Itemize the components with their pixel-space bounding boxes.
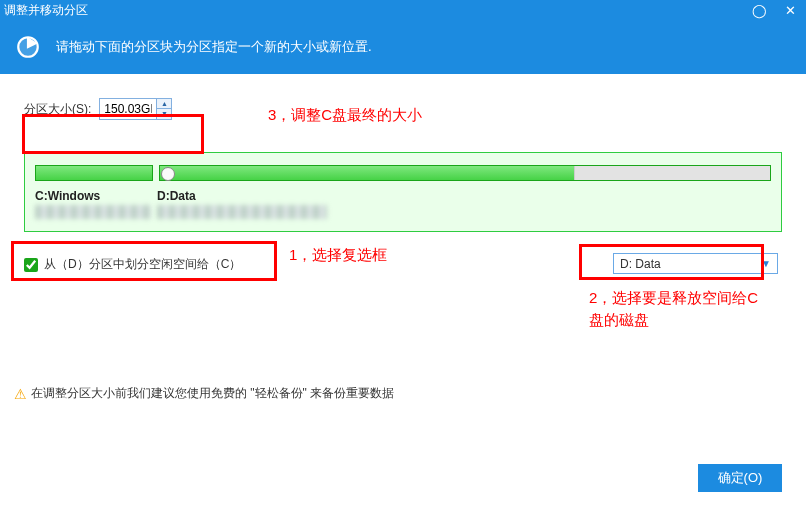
ok-button[interactable]: 确定(O) (698, 464, 782, 492)
size-input-group: ▲ ▼ (99, 98, 172, 120)
annotation-text-3: 3，调整C盘最终的大小 (268, 106, 422, 125)
warning-text: 在调整分区大小前我们建议您使用免费的 "轻松备份" 来备份重要数据 (31, 385, 394, 402)
partition-bars (35, 163, 771, 183)
close-icon[interactable]: ✕ (785, 3, 796, 18)
annotation-text-1: 1，选择复选框 (289, 246, 387, 265)
size-down-button[interactable]: ▼ (157, 109, 171, 119)
label-d: D:Data (157, 189, 196, 203)
titlebar-controls: ◯ ✕ (752, 3, 802, 18)
label-c: C:Windows (35, 189, 151, 203)
content-area: 分区大小(S): ▲ ▼ C:Windows D:Data 从（D）分区中划分空… (0, 74, 806, 273)
annotation-text-2: 2，选择要是释放空间给C盘的磁盘 (589, 287, 769, 331)
allocate-checkbox-label: 从（D）分区中划分空闲空间给（C） (44, 256, 241, 273)
partition-labels: C:Windows D:Data (35, 189, 771, 203)
partition-diagram: C:Windows D:Data (24, 152, 782, 232)
header: 请拖动下面的分区块为分区指定一个新的大小或新位置. (0, 20, 806, 74)
source-partition-select[interactable]: D: Data ▼ (613, 253, 778, 274)
window-title: 调整并移动分区 (4, 2, 752, 19)
partition-bar-c[interactable] (35, 165, 153, 181)
size-spinners: ▲ ▼ (156, 99, 171, 119)
size-label: 分区大小(S): (24, 101, 91, 118)
allocate-checkbox[interactable] (24, 258, 38, 272)
blur-d (157, 205, 327, 219)
size-up-button[interactable]: ▲ (157, 99, 171, 109)
warning-row: ⚠ 在调整分区大小前我们建议您使用免费的 "轻松备份" 来备份重要数据 (14, 385, 394, 402)
blur-c (35, 205, 151, 219)
partition-icon (14, 33, 42, 61)
partition-bar-d[interactable] (159, 165, 771, 181)
chevron-down-icon: ▼ (761, 258, 771, 269)
header-instruction: 请拖动下面的分区块为分区指定一个新的大小或新位置. (56, 38, 372, 56)
partition-drag-handle[interactable] (161, 167, 175, 181)
help-icon[interactable]: ◯ (752, 3, 767, 18)
select-value: D: Data (620, 257, 661, 271)
size-input[interactable] (100, 102, 156, 116)
titlebar: 调整并移动分区 ◯ ✕ (0, 0, 806, 20)
partition-details-blurred (35, 205, 771, 219)
warning-icon: ⚠ (14, 386, 27, 402)
